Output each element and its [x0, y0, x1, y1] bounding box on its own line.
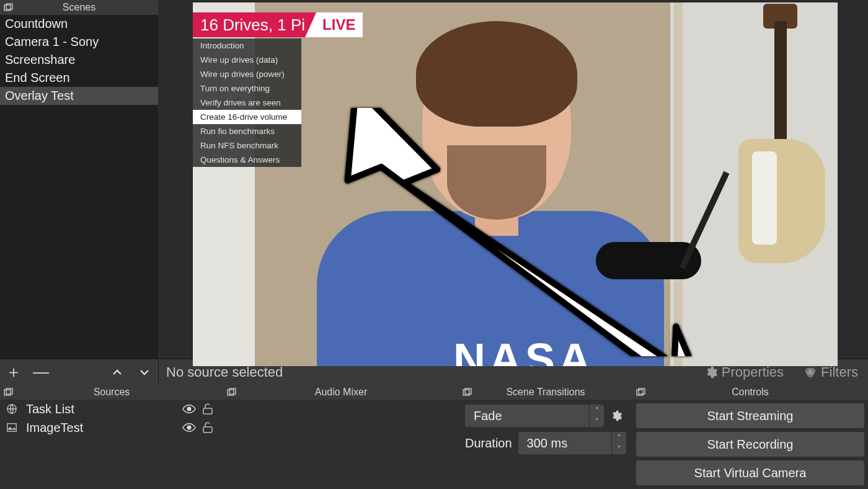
- shirt-logo: NASA: [453, 334, 595, 366]
- scene-item[interactable]: Camera 1 - Sony: [0, 33, 158, 51]
- properties-button[interactable]: Properties: [694, 364, 794, 380]
- task-item: Introduction: [193, 38, 301, 53]
- lock-toggle[interactable]: [198, 403, 217, 415]
- stream-title-overlay: 16 Drives, 1 Pi LIVE: [193, 12, 363, 37]
- svg-rect-10: [7, 424, 16, 432]
- filters-button[interactable]: Filters: [794, 364, 868, 380]
- transitions-title: Scene Transitions: [459, 387, 632, 398]
- svg-rect-9: [203, 408, 212, 414]
- task-item: Create 16-drive volume: [193, 110, 301, 124]
- audio-mixer-panel: Audio Mixer: [223, 385, 459, 489]
- add-button[interactable]: ＋: [0, 359, 27, 385]
- popout-icon[interactable]: [2, 2, 15, 13]
- duration-stepper[interactable]: ˄˅: [611, 432, 626, 454]
- task-list-overlay: IntroductionWire up drives (data)Wire up…: [193, 38, 301, 167]
- scenes-header: Scenes: [0, 0, 158, 15]
- svg-point-4: [807, 370, 814, 377]
- scenes-panel: Scenes CountdownCamera 1 - SonyScreensha…: [0, 0, 158, 359]
- popout-icon[interactable]: [635, 387, 647, 398]
- duration-input[interactable]: 300 ms: [518, 432, 611, 454]
- sources-panel: Sources Task ListImageTest: [0, 385, 223, 489]
- scene-item[interactable]: Screenshare: [0, 51, 158, 69]
- popout-icon[interactable]: [226, 387, 238, 398]
- task-item: Verify drives are seen: [193, 96, 301, 110]
- duration-label: Duration: [465, 436, 512, 451]
- mixer-title: Audio Mixer: [223, 387, 459, 398]
- gear-icon: [704, 366, 718, 379]
- task-item: Run fio benchmarks: [193, 124, 301, 138]
- source-status: No source selected: [159, 364, 694, 380]
- transition-select-arrows[interactable]: ˄˅: [589, 405, 604, 427]
- preview-area: NASA 16 Drives, 1 Pi LIVE IntroductionWi…: [158, 0, 868, 359]
- scene-list: CountdownCamera 1 - SonyScreenshareEnd S…: [0, 15, 158, 359]
- sources-title: Sources: [0, 387, 223, 398]
- visibility-toggle[interactable]: [180, 404, 198, 414]
- gear-icon: [610, 410, 622, 422]
- source-item[interactable]: ImageTest: [0, 418, 223, 437]
- visibility-toggle[interactable]: [180, 423, 198, 433]
- svg-point-11: [187, 426, 191, 429]
- svg-point-8: [187, 407, 191, 411]
- transition-settings-button[interactable]: [606, 405, 626, 427]
- source-name: ImageTest: [20, 421, 180, 435]
- source-item[interactable]: Task List: [0, 400, 223, 418]
- controls-title: Controls: [632, 387, 868, 398]
- move-up-button[interactable]: [104, 359, 131, 385]
- svg-rect-12: [203, 427, 212, 433]
- program-preview[interactable]: NASA 16 Drives, 1 Pi LIVE IntroductionWi…: [193, 2, 838, 366]
- task-item: Turn on everything: [193, 81, 301, 96]
- stream-title: 16 Drives, 1 Pi: [193, 12, 316, 37]
- transition-select[interactable]: Fade: [465, 405, 589, 427]
- scene-item[interactable]: End Screen: [0, 69, 158, 87]
- remove-button[interactable]: —: [27, 359, 55, 385]
- move-down-button[interactable]: [131, 359, 158, 385]
- scene-transitions-panel: Scene Transitions Fade ˄˅ Duration 300 m…: [459, 385, 632, 489]
- popout-icon[interactable]: [461, 387, 474, 398]
- task-item: Wire up drives (power): [193, 67, 301, 81]
- controls-panel: Controls Start StreamingStart RecordingS…: [632, 385, 868, 489]
- source-name: Task List: [20, 402, 180, 416]
- task-item: Run NFS benchmark: [193, 138, 301, 153]
- task-item: Questions & Answers: [193, 153, 301, 167]
- image-icon: [6, 422, 20, 433]
- task-item: Wire up drives (data): [193, 53, 301, 67]
- lock-toggle[interactable]: [198, 421, 217, 434]
- scene-item[interactable]: Overlay Test: [0, 87, 158, 105]
- scenes-title: Scenes: [0, 2, 158, 13]
- scene-item[interactable]: Countdown: [0, 15, 158, 33]
- start-virtual-camera-button[interactable]: Start Virtual Camera: [636, 460, 864, 485]
- start-streaming-button[interactable]: Start Streaming: [636, 403, 864, 428]
- globe-icon: [6, 403, 20, 415]
- filters-icon: [804, 366, 817, 379]
- start-recording-button[interactable]: Start Recording: [636, 432, 864, 457]
- popout-icon[interactable]: [2, 387, 15, 398]
